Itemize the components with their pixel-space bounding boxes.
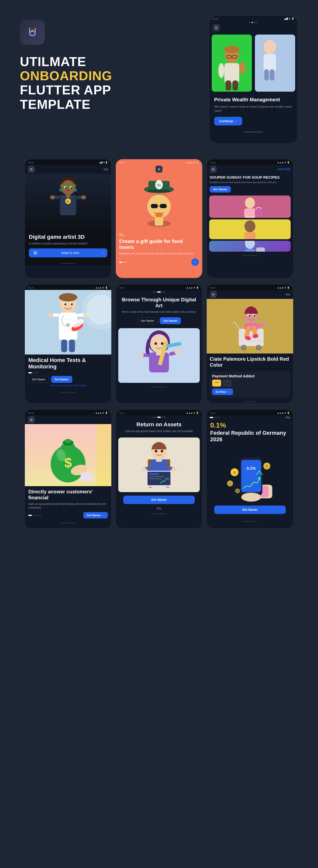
financial-cta-btn[interactable]: Get Starter → xyxy=(83,512,108,519)
soup-text: SOUPER SUNDAY FOR SOUP RECIPES Establish… xyxy=(207,174,293,194)
svg-rect-5 xyxy=(224,63,239,83)
card-desc-2: Establish your own food awards and share… xyxy=(119,252,199,255)
get-starter-btn-soup[interactable]: Get Starter xyxy=(210,186,231,192)
hero-images-row xyxy=(209,32,298,92)
soup-title: SOUPER SUNDAY FOR SOUP RECIPES xyxy=(210,175,290,180)
roa-skip-link[interactable]: Skip xyxy=(119,507,199,510)
phone-card-soup: No.13 ▲▲▲ ⊛ 🔋 U SKIP NOW SOUPER SUNDAY F… xyxy=(206,159,293,278)
get-starter-outline-btn[interactable]: Get Starter xyxy=(28,376,49,383)
lipstick-char-area xyxy=(207,299,293,353)
financial-text: Directly answer customers' financial Ope… xyxy=(25,486,111,521)
character-food-mascot: ito xyxy=(116,174,202,231)
roa-desc: Open an app geared toward stock trading,… xyxy=(120,429,198,433)
svg-point-32 xyxy=(81,195,86,199)
u-logo-2: U xyxy=(156,166,162,173)
skip-now-btn[interactable]: SKIP NOW xyxy=(278,168,290,171)
next-button[interactable]: › xyxy=(191,258,199,266)
phone-card-roa: No.13 ▲▲▲ ⊛ 🔋 Return on Assets Open an a… xyxy=(116,409,202,529)
germany-cta-btn[interactable]: Get Starter xyxy=(214,505,286,514)
swipe-start-button[interactable]: ⚙ Swipe to start › xyxy=(29,248,107,257)
svg-rect-16 xyxy=(60,184,76,187)
get-starter-primary-btn[interactable]: Get Starter xyxy=(51,376,72,383)
browse-primary-btn[interactable]: Get Starter xyxy=(160,317,181,324)
doctor-cta[interactable]: GET HERE! xyxy=(74,384,86,387)
status-bar-4: No.13 ▲▲▲ ⊛ 🔋 xyxy=(25,284,111,290)
svg-rect-11 xyxy=(263,54,276,71)
continue-button[interactable]: Continue → xyxy=(214,117,242,125)
browse-outline-btn[interactable]: Get Starter xyxy=(137,317,158,324)
lipstick-text: Ciate Palemore Lipstick Bold Red Color xyxy=(207,353,293,371)
status-bar-6: No.13 ▲▲▲ ⊛ 🔋 xyxy=(207,284,293,290)
svg-point-65 xyxy=(71,303,72,305)
skip-btn-9[interactable]: Skip xyxy=(285,416,290,419)
svg-point-125 xyxy=(155,450,157,453)
skip-btn-1[interactable]: Skip xyxy=(104,168,108,171)
financial-nav: Get Starter → xyxy=(28,512,108,519)
phone-header-7: U xyxy=(25,415,111,424)
svg-rect-25 xyxy=(60,195,76,215)
roa-actions: Get Starter Skip xyxy=(116,494,202,512)
hero-phone-title: Private Wealth Management xyxy=(214,97,293,102)
hero-text-section: Private Wealth Management Why would I wa… xyxy=(209,92,298,129)
svg-rect-38 xyxy=(148,190,170,192)
svg-rect-13 xyxy=(270,69,274,81)
svg-point-99 xyxy=(249,315,250,316)
svg-rect-50 xyxy=(251,216,254,218)
svg-text:☯: ☯ xyxy=(67,200,69,203)
hero-img-blue xyxy=(255,34,295,92)
svg-rect-26 xyxy=(66,194,70,198)
phone-card-digital-artist: No.13 ⊛🔋 U Skip xyxy=(25,159,112,278)
hero-phone-mockup: No.13 ⊛ 🔋 xyxy=(209,15,298,144)
financial-char-area: $ xyxy=(25,424,111,486)
skip-btn-6[interactable]: Skip xyxy=(285,293,290,296)
svg-rect-51 xyxy=(255,209,262,217)
card-content-1: Digital game artist 3D Is Zendesk curren… xyxy=(25,231,111,261)
svg-rect-117 xyxy=(80,472,93,482)
svg-point-79 xyxy=(161,342,163,345)
svg-point-144 xyxy=(241,493,261,502)
header-left: UTILMATE ONBOARDING FLUTTER APP TEMPLATE xyxy=(20,15,154,112)
go-now-btn[interactable]: Go Now → xyxy=(212,389,233,395)
card-content-2: 01. Create a gift guide for food lovers … xyxy=(116,231,202,268)
svg-point-19 xyxy=(65,187,67,189)
svg-point-61 xyxy=(59,293,77,301)
payment-title: Payment Method Added xyxy=(212,374,288,378)
header-right: No.13 ⊛ 🔋 xyxy=(164,15,298,144)
phone-card-medical: No.13 ▲▲▲ ⊛ 🔋 xyxy=(25,284,112,403)
svg-text:ito: ito xyxy=(157,183,161,187)
card-number-2: 01. xyxy=(119,233,199,237)
hero-img-green xyxy=(212,34,252,92)
card-title-2: Create a gift guide for food lovers xyxy=(119,238,199,250)
browse-btns: Get Starter Get Starter xyxy=(120,317,198,324)
svg-rect-7 xyxy=(232,81,238,90)
svg-rect-56 xyxy=(245,249,255,252)
status-bar-2: No.13 ▲▲▲ ⊛ 🔋 xyxy=(116,159,202,165)
svg-text:0.1%: 0.1% xyxy=(247,466,256,470)
svg-point-45 xyxy=(155,212,163,218)
svg-point-47 xyxy=(245,197,255,209)
germany-percent: 0.1% xyxy=(210,421,290,429)
svg-point-20 xyxy=(70,187,72,189)
status-bar-9: No.13 ▲▲▲ ⊛ 🔋 xyxy=(207,410,293,415)
svg-point-126 xyxy=(161,450,163,453)
svg-point-21 xyxy=(67,190,69,191)
svg-text:$: $ xyxy=(229,483,231,485)
u-logo-6: U xyxy=(210,291,217,298)
financial-desc: Open an app geared toward stock trading,… xyxy=(28,502,108,509)
roa-char-area xyxy=(118,437,200,492)
browse-text: Browse Through Unique Digital Art We're … xyxy=(116,294,202,326)
phone-card-financial: No.13 ▲▲▲ ⊛ 🔋 U $ xyxy=(25,409,112,529)
roa-get-starter-btn[interactable]: Get Starter xyxy=(123,496,195,504)
svg-point-8 xyxy=(218,63,224,78)
hero-phone-desc: Why would I want to trade an Event Contr… xyxy=(214,104,293,113)
status-icons: ⊛ 🔋 xyxy=(284,18,294,20)
svg-text:$: $ xyxy=(266,465,267,468)
phone-header-6: U Skip xyxy=(207,290,293,299)
svg-rect-132 xyxy=(149,476,164,477)
svg-point-27 xyxy=(59,188,62,191)
browse-title: Browse Through Unique Digital Art xyxy=(120,297,198,309)
medical-char-area xyxy=(25,290,111,354)
phone-header-3: U SKIP NOW xyxy=(207,165,293,174)
svg-rect-53 xyxy=(244,232,256,239)
svg-point-64 xyxy=(64,303,66,305)
